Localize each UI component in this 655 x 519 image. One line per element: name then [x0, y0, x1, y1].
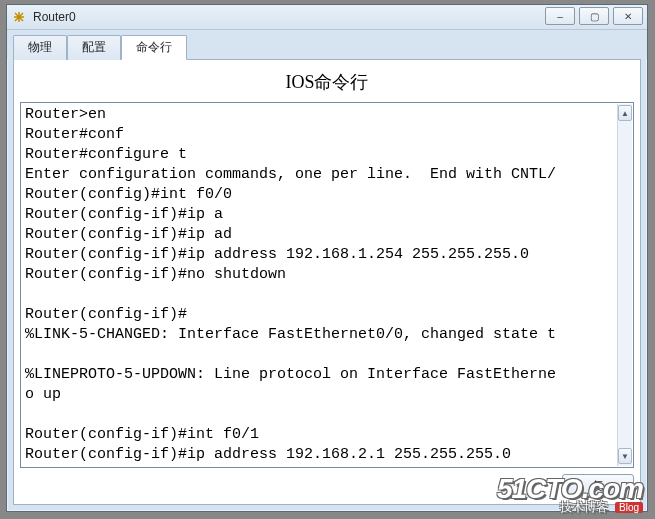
tab-config[interactable]: 配置	[67, 35, 121, 60]
close-button[interactable]: ✕	[613, 7, 643, 25]
scrollbar[interactable]: ▲ ▼	[617, 104, 632, 466]
copy-button[interactable]: 复	[562, 474, 634, 498]
terminal-output[interactable]: Router>en Router#conf Router#configure t…	[25, 105, 617, 465]
window-title: Router0	[33, 10, 76, 24]
tab-physical[interactable]: 物理	[13, 35, 67, 60]
window-controls: – ▢ ✕	[545, 7, 643, 25]
cli-panel: IOS命令行 Router>en Router#conf Router#conf…	[13, 59, 641, 505]
tab-cli[interactable]: 命令行	[121, 35, 187, 60]
titlebar[interactable]: Router0 – ▢ ✕	[7, 5, 647, 30]
scroll-up-icon[interactable]: ▲	[618, 105, 632, 121]
minimize-button[interactable]: –	[545, 7, 575, 25]
app-window: Router0 – ▢ ✕ 物理 配置 命令行 IOS命令行 Router>en…	[6, 4, 648, 512]
router-icon	[11, 9, 27, 25]
terminal-frame: Router>en Router#conf Router#configure t…	[20, 102, 634, 468]
scroll-down-icon[interactable]: ▼	[618, 448, 632, 464]
panel-heading: IOS命令行	[20, 66, 634, 102]
tab-strip: 物理 配置 命令行	[7, 30, 647, 59]
maximize-button[interactable]: ▢	[579, 7, 609, 25]
footer-row: 复	[20, 468, 634, 498]
